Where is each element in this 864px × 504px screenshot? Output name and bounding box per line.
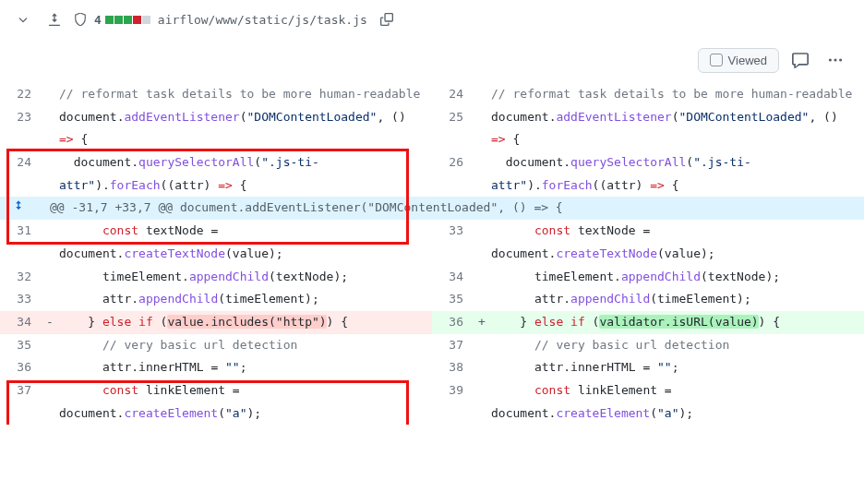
line-number-new[interactable]: 26 xyxy=(432,151,473,197)
diffstat-count: 4 xyxy=(94,13,102,27)
expand-hunk-button[interactable] xyxy=(0,197,41,220)
svg-point-0 xyxy=(829,58,832,61)
code-cell-old[interactable]: attr.innerHTML = ""; xyxy=(59,356,432,379)
code-cell-new[interactable]: // reformat task details to be more huma… xyxy=(491,83,864,106)
code-cell-old[interactable]: timeElement.appendChild(textNode); xyxy=(59,266,432,289)
diffstat: 4 xyxy=(94,13,150,27)
diff-sign xyxy=(473,266,491,289)
diffstat-block xyxy=(114,16,123,24)
viewed-label: Viewed xyxy=(728,54,767,67)
diff-row: 32 timeElement.appendChild(textNode);34 … xyxy=(0,266,864,289)
diff-row: 35 // very basic url detection37 // very… xyxy=(0,334,864,357)
code-cell-new[interactable]: attr.innerHTML = ""; xyxy=(491,356,864,379)
diff-sign xyxy=(473,83,491,106)
line-number-old[interactable]: 36 xyxy=(0,356,41,379)
code-cell-new[interactable]: const linkElement = document.createEleme… xyxy=(491,379,864,425)
file-actions: Viewed xyxy=(0,39,864,83)
diff-row: 24 document.querySelectorAll(".js-ti-att… xyxy=(0,151,864,197)
copy-path-button[interactable] xyxy=(375,7,399,31)
diff-sign xyxy=(473,220,491,265)
line-number-old[interactable]: 23 xyxy=(0,106,41,151)
diff-sign xyxy=(41,151,59,197)
diff-row: @@ -31,7 +33,7 @@ document.addEventListe… xyxy=(0,197,864,220)
file-title-row: 4 airflow/www/static/js/task.js xyxy=(11,7,853,31)
code-cell-new[interactable]: document.querySelectorAll(".js-ti-attr")… xyxy=(491,151,864,197)
hunk-header: @@ -31,7 +33,7 @@ document.addEventListe… xyxy=(41,197,864,220)
code-cell-old[interactable]: // very basic url detection xyxy=(59,334,432,357)
code-cell-new[interactable]: document.addEventListener("DOMContentLoa… xyxy=(491,106,864,151)
owned-icon xyxy=(74,13,87,26)
code-cell-old[interactable]: const linkElement = document.createEleme… xyxy=(59,379,432,425)
diff-container: 22// reformat task details to be more hu… xyxy=(0,83,864,425)
shield-icon xyxy=(74,13,87,26)
line-number-old[interactable]: 22 xyxy=(0,83,41,106)
code-cell-old[interactable]: attr.appendChild(timeElement); xyxy=(59,288,432,311)
diff-sign: - xyxy=(41,311,59,334)
code-cell-old[interactable]: const textNode = document.createTextNode… xyxy=(59,220,432,265)
line-number-new[interactable]: 39 xyxy=(432,379,473,425)
diff-sign xyxy=(473,151,491,197)
checkbox-icon xyxy=(710,54,723,66)
diff-sign: + xyxy=(473,311,491,334)
diff-row: 34- } else if (value.includes("http")) {… xyxy=(0,311,864,334)
line-number-new[interactable]: 38 xyxy=(432,356,473,379)
line-number-new[interactable]: 37 xyxy=(432,334,473,357)
diffstat-block xyxy=(105,16,114,24)
diff-sign xyxy=(41,220,59,265)
file-path[interactable]: airflow/www/static/js/task.js xyxy=(158,13,367,27)
diff-row: 23document.addEventListener("DOMContentL… xyxy=(0,106,864,151)
line-number-old[interactable]: 37 xyxy=(0,379,41,425)
file-menu-button[interactable] xyxy=(822,46,849,74)
line-number-new[interactable]: 35 xyxy=(432,288,473,311)
line-number-new[interactable]: 24 xyxy=(432,83,473,106)
code-cell-new[interactable]: const textNode = document.createTextNode… xyxy=(491,220,864,265)
diff-sign xyxy=(473,106,491,151)
expand-all-icon[interactable] xyxy=(42,7,66,31)
line-number-new[interactable]: 34 xyxy=(432,266,473,289)
code-cell-old[interactable]: } else if (value.includes("http")) { xyxy=(59,311,432,334)
diff-sign xyxy=(41,106,59,151)
file-header: 4 airflow/www/static/js/task.js xyxy=(0,0,864,39)
svg-point-2 xyxy=(839,58,842,61)
svg-point-1 xyxy=(834,58,836,61)
code-cell-new[interactable]: } else if (validator.isURL(value)) { xyxy=(491,311,864,334)
diffstat-block xyxy=(142,16,150,24)
diff-table: 22// reformat task details to be more hu… xyxy=(0,83,864,425)
line-number-old[interactable]: 35 xyxy=(0,334,41,357)
line-number-old[interactable]: 34 xyxy=(0,311,41,334)
line-number-old[interactable]: 24 xyxy=(0,151,41,197)
diff-row: 22// reformat task details to be more hu… xyxy=(0,83,864,106)
line-number-old[interactable]: 31 xyxy=(0,220,41,265)
diff-row: 31 const textNode = document.createTextN… xyxy=(0,220,864,265)
collapse-toggle[interactable] xyxy=(11,7,35,31)
diff-row: 36 attr.innerHTML = "";38 attr.innerHTML… xyxy=(0,356,864,379)
diffstat-blocks xyxy=(105,16,150,24)
line-number-old[interactable]: 33 xyxy=(0,288,41,311)
code-cell-old[interactable]: document.addEventListener("DOMContentLoa… xyxy=(59,106,432,151)
diff-sign xyxy=(41,379,59,425)
diff-sign xyxy=(473,334,491,357)
copy-icon xyxy=(380,13,393,26)
unfold-icon xyxy=(48,13,61,26)
line-number-old[interactable]: 32 xyxy=(0,266,41,289)
line-number-new[interactable]: 25 xyxy=(432,106,473,151)
diff-row: 33 attr.appendChild(timeElement);35 attr… xyxy=(0,288,864,311)
diff-sign xyxy=(473,379,491,425)
line-number-new[interactable]: 36 xyxy=(432,311,473,334)
diff-sign xyxy=(41,266,59,289)
code-cell-new[interactable]: // very basic url detection xyxy=(491,334,864,357)
line-number-new[interactable]: 33 xyxy=(432,220,473,265)
diff-sign xyxy=(473,288,491,311)
code-cell-new[interactable]: attr.appendChild(timeElement); xyxy=(491,288,864,311)
code-cell-old[interactable]: document.querySelectorAll(".js-ti-attr")… xyxy=(59,151,432,197)
comment-icon xyxy=(792,52,809,68)
diff-sign xyxy=(41,83,59,106)
kebab-icon xyxy=(827,52,844,68)
diff-sign xyxy=(41,288,59,311)
comment-button[interactable] xyxy=(786,46,814,74)
code-cell-old[interactable]: // reformat task details to be more huma… xyxy=(59,83,432,106)
viewed-toggle[interactable]: Viewed xyxy=(698,48,779,73)
diffstat-block xyxy=(133,16,141,24)
chevron-down-icon xyxy=(17,13,30,26)
code-cell-new[interactable]: timeElement.appendChild(textNode); xyxy=(491,266,864,289)
